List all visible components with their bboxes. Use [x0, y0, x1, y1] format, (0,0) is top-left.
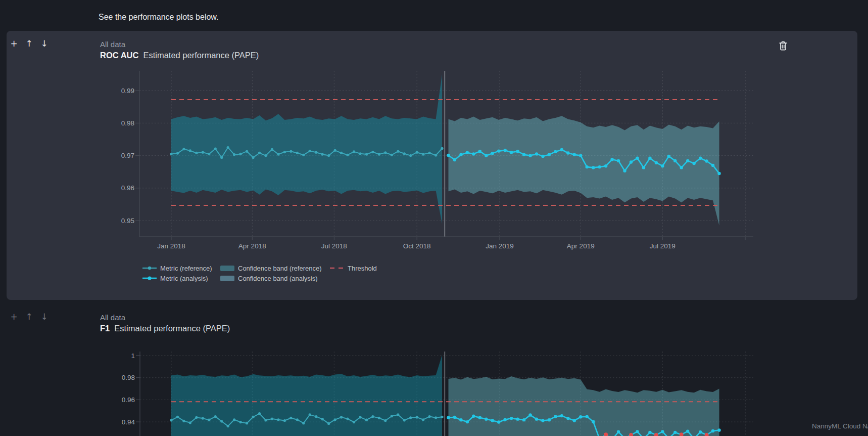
- add-plot-button[interactable]: +: [9, 38, 19, 49]
- legend-label: Confidence band (analysis): [238, 275, 318, 282]
- delete-plot-button[interactable]: [777, 40, 790, 53]
- move-up-button[interactable]: ↑: [24, 38, 34, 49]
- move-down-button[interactable]: ↓: [39, 312, 50, 322]
- line-swatch-icon: [142, 266, 157, 271]
- svg-text:0.94: 0.94: [122, 418, 135, 426]
- f1-header: All data F1Estimated performance (PAPE): [100, 313, 230, 333]
- metric-name: F1: [100, 324, 110, 333]
- band-swatch-icon: [220, 276, 234, 281]
- legend-label: Confidence band (reference): [238, 265, 322, 272]
- legend-item-metric-analysis[interactable]: Metric (analysis): [142, 275, 220, 282]
- trash-icon: [778, 40, 788, 53]
- add-plot-button[interactable]: +: [9, 312, 19, 322]
- legend-item-threshold[interactable]: Threshold: [330, 265, 377, 272]
- legend-label: Metric (reference): [160, 265, 212, 272]
- scope-label: All data: [100, 40, 259, 49]
- legend-row: Metric (analysis) Confidence band (analy…: [142, 273, 377, 283]
- metric-name: ROC AUC: [100, 51, 138, 60]
- chart-legend: Metric (reference) Confidence band (refe…: [142, 263, 377, 283]
- legend-row: Metric (reference) Confidence band (refe…: [142, 263, 377, 273]
- legend-item-band-analysis[interactable]: Confidence band (analysis): [220, 275, 330, 282]
- legend-item-band-reference[interactable]: Confidence band (reference): [220, 265, 330, 272]
- legend-label: Threshold: [348, 265, 377, 272]
- title-suffix: Estimated performance (PAPE): [114, 324, 230, 333]
- scope-label: All data: [100, 313, 230, 322]
- svg-text:0.98: 0.98: [122, 374, 135, 381]
- roc-auc-header: All data ROC AUCEstimated performance (P…: [100, 40, 259, 60]
- chart-title: ROC AUCEstimated performance (PAPE): [100, 51, 259, 60]
- f1-chart[interactable]: 10.980.960.94: [0, 0, 868, 436]
- nannyml-watermark: NannyML Cloud N/A: [812, 422, 868, 430]
- roc-auc-card-controls: + ↑ ↓: [9, 38, 50, 49]
- chart-title: F1Estimated performance (PAPE): [100, 324, 230, 333]
- legend-item-metric-reference[interactable]: Metric (reference): [142, 265, 220, 272]
- svg-text:1: 1: [131, 352, 135, 360]
- move-up-button[interactable]: ↑: [24, 312, 34, 322]
- svg-text:0.96: 0.96: [122, 396, 135, 404]
- move-down-button[interactable]: ↓: [39, 38, 50, 49]
- legend-label: Metric (analysis): [160, 275, 208, 282]
- dash-swatch-icon: [330, 266, 344, 271]
- f1-card-controls: + ↑ ↓: [9, 312, 50, 322]
- title-suffix: Estimated performance (PAPE): [143, 51, 259, 60]
- band-swatch-icon: [220, 266, 234, 271]
- line-swatch-icon: [142, 276, 157, 281]
- nannyml-dashboard: { "page": { "intro_text": "See the perfo…: [0, 0, 868, 436]
